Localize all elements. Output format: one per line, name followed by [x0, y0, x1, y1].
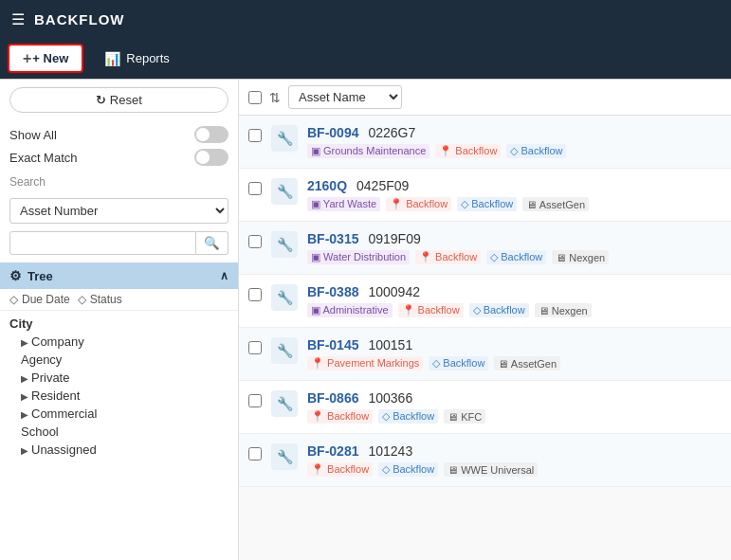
asset-info: BF-0388 1000942 ▣ Administrative 📍 Backf… — [307, 284, 722, 317]
tag-location: 📍 Backflow — [435, 144, 501, 158]
search-label: Search — [9, 175, 228, 189]
asset-tags: ▣ Administrative 📍 Backflow ◇ Backflow 🖥… — [307, 303, 722, 317]
search-icon: 🔍 — [204, 236, 220, 250]
tag-department: ▣ Administrative — [307, 303, 393, 317]
asset-id[interactable]: BF-0866 — [307, 390, 358, 406]
tree-item-city[interactable]: City — [6, 315, 232, 333]
tag-type: ◇ Backflow — [469, 303, 529, 317]
tree-item-school[interactable]: School — [6, 423, 232, 441]
tag-source: 🖥 KFC — [444, 409, 485, 424]
asset-item: 🔧 BF-0281 101243 📍 Backflow ◇ Backflow 🖥… — [239, 434, 731, 487]
asset-item: 🔧 2160Q 0425F09 ▣ Yard Waste 📍 Backflow … — [239, 169, 731, 222]
menu-icon[interactable]: ☰ — [11, 10, 25, 28]
asset-info: 2160Q 0425F09 ▣ Yard Waste 📍 Backflow ◇ … — [307, 178, 722, 211]
asset-id[interactable]: BF-0145 — [307, 337, 358, 352]
new-label: + New — [32, 51, 68, 65]
tag-type: ◇ Backflow — [457, 197, 517, 211]
asset-id[interactable]: BF-0094 — [307, 125, 358, 140]
asset-tags: ▣ Grounds Maintenance 📍 Backflow ◇ Backf… — [307, 144, 722, 158]
asset-checkbox[interactable] — [248, 341, 262, 354]
asset-list: 🔧 BF-0094 0226G7 ▣ Grounds Maintenance 📍… — [239, 116, 731, 560]
due-date-filter[interactable]: ◇ Due Date — [9, 293, 70, 306]
tag-location: 📍 Backflow — [415, 250, 481, 264]
tag-location: 📍 Backflow — [398, 303, 464, 317]
tag-source: 🖥 AssetGen — [494, 356, 560, 370]
asset-checkbox[interactable] — [248, 235, 262, 248]
tag-type: ◇ Backflow — [429, 356, 488, 370]
tag-source: 🖥 Nexgen — [552, 250, 609, 264]
new-button[interactable]: + + New — [8, 44, 83, 73]
app-title: BACKFLOW — [34, 11, 124, 27]
tag-location: 📍 Backflow — [307, 462, 373, 477]
asset-checkbox[interactable] — [248, 129, 262, 142]
tree-header: ⚙ Tree ∧ — [0, 262, 238, 289]
reset-button[interactable]: ↻ ↻ Reset — [9, 87, 228, 113]
show-all-toggle[interactable] — [194, 126, 228, 143]
app-header: ☰ BACKFLOW — [0, 0, 731, 38]
tree-item-resident[interactable]: ▶Resident — [6, 387, 232, 405]
search-input[interactable] — [9, 231, 196, 255]
reset-label: ↻ Reset — [96, 93, 142, 107]
main-toolbar: + + New 📊 Reports — [0, 38, 731, 80]
asset-tags: 📍 Pavement Markings ◇ Backflow 🖥 AssetGe… — [307, 356, 722, 370]
asset-number: 101243 — [368, 443, 412, 459]
asset-id[interactable]: BF-0315 — [307, 231, 358, 246]
filter-section: Show All Exact Match Search — [0, 120, 238, 194]
asset-checkbox[interactable] — [248, 288, 262, 301]
tree-item-company[interactable]: ▶Company — [6, 333, 232, 351]
asset-checkbox[interactable] — [248, 182, 262, 195]
asset-item: 🔧 BF-0145 100151 📍 Pavement Markings ◇ B… — [239, 328, 731, 381]
asset-info: BF-0145 100151 📍 Pavement Markings ◇ Bac… — [307, 337, 722, 370]
search-button[interactable]: 🔍 — [196, 231, 228, 255]
asset-info: BF-0094 0226G7 ▣ Grounds Maintenance 📍 B… — [307, 125, 722, 158]
asset-icon: 🔧 — [271, 390, 298, 417]
tree-content: City ▶Company Agency ▶Private ▶Resident … — [0, 311, 238, 560]
plus-icon: + — [23, 50, 31, 67]
content-toolbar: ⇅ Asset Name — [239, 80, 731, 116]
reports-icon: 📊 — [104, 51, 120, 66]
exact-match-label: Exact Match — [9, 151, 78, 165]
asset-info: BF-0281 101243 📍 Backflow ◇ Backflow 🖥 W… — [307, 443, 722, 477]
tag-source: 🖥 WWE Universal — [444, 462, 538, 477]
asset-item: 🔧 BF-0866 100366 📍 Backflow ◇ Backflow 🖥… — [239, 381, 731, 434]
asset-checkbox[interactable] — [248, 447, 262, 461]
asset-icon: 🔧 — [271, 284, 298, 311]
reports-label: Reports — [126, 51, 170, 65]
asset-info: BF-0315 0919F09 ▣ Water Distribution 📍 B… — [307, 231, 722, 264]
tag-type: ◇ Backflow — [378, 462, 438, 477]
reports-button[interactable]: 📊 Reports — [91, 38, 183, 79]
exact-match-row: Exact Match — [9, 149, 228, 166]
search-field-select[interactable]: Asset Number — [9, 198, 228, 224]
exact-match-toggle[interactable] — [194, 149, 228, 166]
asset-checkbox[interactable] — [248, 394, 262, 407]
asset-id[interactable]: BF-0388 — [307, 284, 358, 299]
status-filter[interactable]: ◇ Status — [78, 293, 122, 306]
tree-item-agency[interactable]: Agency — [6, 351, 232, 369]
show-all-row: Show All — [9, 126, 228, 143]
tree-collapse-icon[interactable]: ∧ — [220, 269, 228, 282]
tag-type: ◇ Backflow — [378, 409, 438, 424]
main-layout: ↻ ↻ Reset Show All Exact Match Search As… — [0, 80, 731, 560]
asset-id[interactable]: BF-0281 — [307, 443, 358, 459]
sidebar: ↻ ↻ Reset Show All Exact Match Search As… — [0, 80, 239, 560]
asset-tags: ▣ Water Distribution 📍 Backflow ◇ Backfl… — [307, 250, 722, 264]
asset-icon: 🔧 — [271, 125, 298, 152]
select-all-checkbox[interactable] — [248, 91, 262, 104]
tag-source: 🖥 Nexgen — [535, 303, 592, 317]
tree-item-commercial[interactable]: ▶Commercial — [6, 405, 232, 423]
sort-select[interactable]: Asset Name — [288, 85, 402, 109]
tree-item-unassigned[interactable]: ▶Unassigned — [6, 441, 232, 459]
asset-tags: 📍 Backflow ◇ Backflow 🖥 KFC — [307, 409, 722, 424]
search-row: 🔍 — [9, 231, 228, 255]
status-label: Status — [90, 293, 122, 306]
tag-department: ▣ Yard Waste — [307, 197, 380, 211]
asset-number: 100366 — [368, 390, 412, 406]
tree-item-private[interactable]: ▶Private — [6, 369, 232, 387]
show-all-label: Show All — [9, 128, 57, 142]
due-date-label: Due Date — [22, 293, 70, 306]
tag-department: ▣ Grounds Maintenance — [307, 144, 429, 158]
asset-icon: 🔧 — [271, 337, 298, 364]
asset-id[interactable]: 2160Q — [307, 178, 347, 193]
tag-type: ◇ Backflow — [506, 144, 566, 158]
search-field-row: Asset Number — [9, 198, 228, 224]
